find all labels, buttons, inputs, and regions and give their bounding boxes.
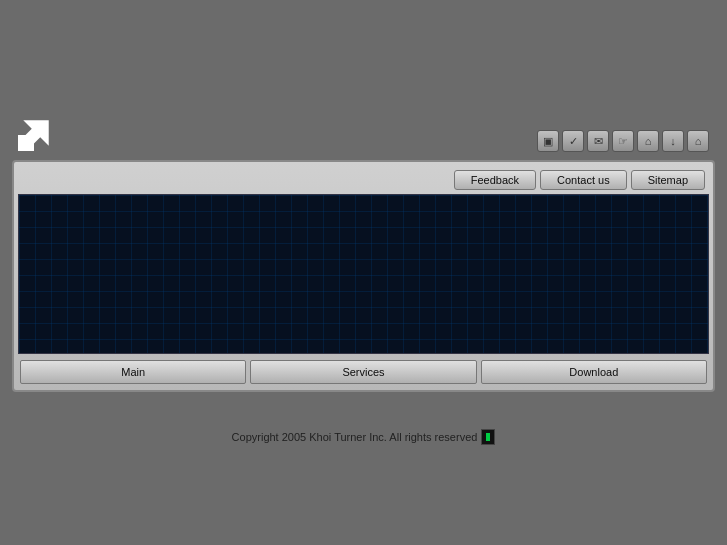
download-icon[interactable]: ↓ bbox=[662, 130, 684, 152]
top-nav-bar: Feedback Contact us Sitemap bbox=[18, 166, 709, 194]
contact-button[interactable]: Contact us bbox=[540, 170, 627, 190]
main-nav-button[interactable]: Main bbox=[20, 360, 246, 384]
house-icon[interactable]: ⌂ bbox=[687, 130, 709, 152]
content-area bbox=[18, 194, 709, 354]
download-nav-button[interactable]: Download bbox=[481, 360, 707, 384]
main-container: Feedback Contact us Sitemap Main Service… bbox=[12, 160, 715, 392]
feedback-button[interactable]: Feedback bbox=[454, 170, 536, 190]
monitor-icon[interactable]: ▣ bbox=[537, 130, 559, 152]
email-icon[interactable]: ✉ bbox=[587, 130, 609, 152]
home-icon[interactable]: ⌂ bbox=[637, 130, 659, 152]
copyright-text: Copyright 2005 Khoi Turner Inc. All righ… bbox=[232, 431, 478, 443]
svg-rect-3 bbox=[18, 135, 26, 151]
services-nav-button[interactable]: Services bbox=[250, 360, 476, 384]
footer-icon bbox=[481, 429, 495, 445]
checkmark-icon[interactable]: ✓ bbox=[562, 130, 584, 152]
toolbar-icons: ▣ ✓ ✉ ☞ ⌂ ↓ ⌂ bbox=[537, 130, 709, 152]
back-arrow-icon[interactable] bbox=[18, 115, 54, 151]
bottom-nav-bar: Main Services Download bbox=[18, 358, 709, 386]
sitemap-button[interactable]: Sitemap bbox=[631, 170, 705, 190]
footer: Copyright 2005 Khoi Turner Inc. All righ… bbox=[0, 429, 727, 445]
hand-icon[interactable]: ☞ bbox=[612, 130, 634, 152]
